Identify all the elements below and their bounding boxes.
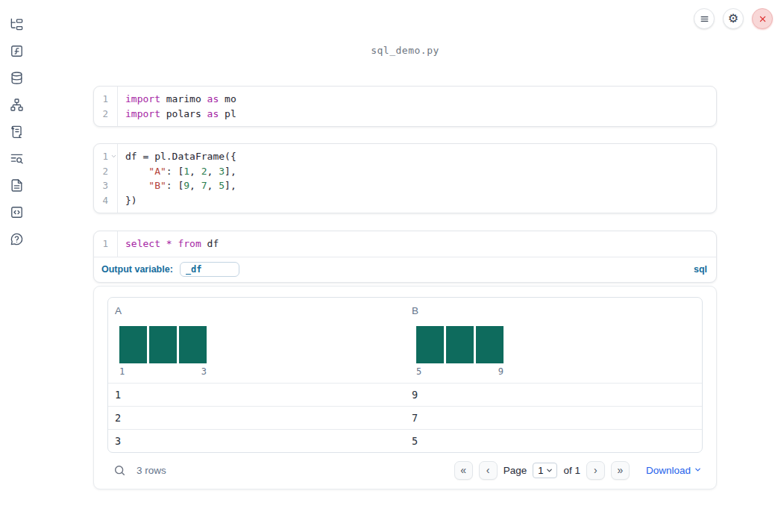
- table-header: A 1 3: [108, 298, 702, 383]
- line-number: 1: [94, 92, 110, 107]
- line-number: 3: [94, 178, 110, 193]
- output-variable-input[interactable]: [180, 262, 239, 277]
- first-page-button[interactable]: «: [454, 461, 473, 480]
- menu-icon: [699, 13, 710, 25]
- line-number: 2: [94, 164, 110, 179]
- notebook-filename: sql_demo.py: [93, 45, 717, 56]
- code-cell-imports: 1 2 import marimo as mo import polars as…: [93, 86, 717, 127]
- histogram-bar: [179, 326, 207, 363]
- double-chevron-right-icon: »: [618, 464, 624, 476]
- column-b-histogram: 5 9: [416, 326, 695, 377]
- page-label: Page: [503, 465, 527, 476]
- line-number: 4: [94, 193, 110, 208]
- column-a-histogram: 1 3: [119, 326, 398, 377]
- sidebar: [0, 0, 33, 532]
- sql-cell-footer: Output variable: sql: [94, 257, 716, 282]
- code-editor-dataframe[interactable]: 1 2 3 4 df = pl.DataFrame({ "A": [1, 2, …: [94, 144, 716, 213]
- settings-gear-icon: ⚙: [728, 13, 738, 25]
- search-button[interactable]: [113, 463, 126, 477]
- double-chevron-left-icon: «: [460, 464, 466, 476]
- histogram-bar: [119, 326, 147, 363]
- table-row[interactable]: 1 9: [108, 383, 702, 406]
- column-header-b[interactable]: B 5 9: [405, 298, 702, 383]
- page-number-select[interactable]: 1: [533, 463, 557, 478]
- close-icon: [757, 13, 768, 25]
- histogram-bar: [446, 326, 474, 363]
- function-square-icon[interactable]: [10, 44, 24, 58]
- database-icon[interactable]: [10, 71, 24, 85]
- hist-min-label: 1: [119, 366, 125, 377]
- cell-value: 2: [108, 407, 405, 429]
- notebook-area: sql_demo.py 1 2 import marimo as mo impo…: [33, 45, 778, 489]
- menu-button[interactable]: [694, 8, 715, 29]
- cell-value: 9: [405, 384, 702, 406]
- code-square-icon[interactable]: [10, 205, 24, 219]
- snippets-icon[interactable]: [10, 178, 24, 193]
- line-number: 2: [94, 107, 110, 122]
- line-number: 1: [94, 237, 110, 251]
- search-icon: [113, 464, 126, 477]
- code-text: df = pl.DataFrame({ "A": [1, 2, 3], "B":…: [118, 144, 716, 213]
- dataframe-table: A 1 3: [107, 297, 703, 453]
- column-header-a[interactable]: A 1 3: [108, 298, 405, 383]
- page-total-label: of 1: [563, 465, 580, 476]
- download-label: Download: [646, 465, 691, 476]
- histogram-bar: [149, 326, 177, 363]
- code-cell-dataframe: 1 2 3 4 df = pl.DataFrame({ "A": [1, 2, …: [93, 143, 717, 213]
- close-button[interactable]: [752, 8, 773, 29]
- row-count-label: 3 rows: [137, 465, 166, 476]
- cell-value: 7: [405, 407, 702, 429]
- cell-value: 5: [405, 430, 702, 452]
- last-page-button[interactable]: »: [611, 461, 630, 480]
- output-variable-label: Output variable:: [101, 264, 173, 275]
- code-editor-imports[interactable]: 1 2 import marimo as mo import polars as…: [94, 87, 716, 126]
- hist-max-label: 3: [201, 366, 207, 377]
- code-text: import marimo as mo import polars as pl: [118, 87, 716, 126]
- page-number-value: 1: [538, 465, 543, 476]
- hist-min-label: 5: [416, 366, 421, 377]
- code-text: select * from df: [118, 231, 716, 257]
- chevron-down-icon: [694, 465, 702, 476]
- sql-language-badge: sql: [694, 264, 707, 275]
- chevron-right-icon: ›: [594, 464, 597, 476]
- line-number-gutter: 1: [94, 231, 118, 257]
- dependency-graph-icon[interactable]: [10, 98, 24, 112]
- scroll-text-icon[interactable]: [10, 125, 24, 139]
- sql-output-card: A 1 3: [93, 286, 717, 489]
- logs-search-icon[interactable]: [10, 151, 24, 166]
- settings-button[interactable]: ⚙: [723, 8, 744, 29]
- histogram-bar: [416, 326, 444, 363]
- line-number-gutter: 1 2: [94, 87, 118, 126]
- table-row[interactable]: 3 5: [108, 429, 702, 452]
- pagination: « ‹ Page 1 of 1 › » Download: [454, 461, 702, 480]
- sql-editor[interactable]: 1 select * from df: [94, 231, 716, 257]
- fold-chevron-icon[interactable]: [110, 153, 117, 160]
- sql-cell: 1 select * from df Output variable: sql: [93, 231, 717, 283]
- column-name: B: [412, 305, 695, 316]
- table-row[interactable]: 2 7: [108, 406, 702, 429]
- line-number-gutter: 1 2 3 4: [94, 144, 118, 213]
- line-number: 1: [94, 149, 110, 164]
- table-footer: 3 rows « ‹ Page 1 of 1 › » Download: [107, 461, 703, 480]
- window-controls: ⚙: [694, 8, 773, 29]
- column-name: A: [115, 305, 398, 316]
- cell-value: 3: [108, 430, 405, 452]
- cell-value: 1: [108, 384, 405, 406]
- chevron-left-icon: ‹: [486, 464, 490, 476]
- help-icon[interactable]: [10, 232, 24, 246]
- hist-max-label: 9: [498, 366, 503, 377]
- previous-page-button[interactable]: ‹: [479, 461, 498, 480]
- file-tree-icon[interactable]: [10, 17, 24, 31]
- next-page-button[interactable]: ›: [586, 461, 605, 480]
- chevron-down-icon: [545, 466, 553, 475]
- download-button[interactable]: Download: [646, 465, 702, 476]
- histogram-bar: [476, 326, 503, 363]
